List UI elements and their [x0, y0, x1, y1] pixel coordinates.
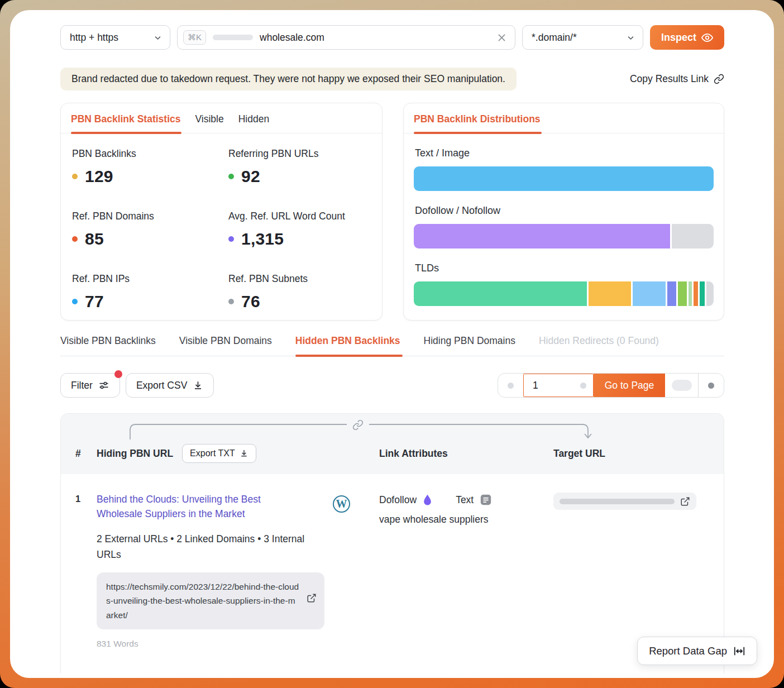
pagination-next[interactable]	[699, 374, 724, 397]
link-attributes-cell: Dofollow Text vape wholesale suppliers	[379, 492, 553, 649]
inspect-button-label: Inspect	[661, 32, 696, 44]
bar-segment	[678, 281, 687, 306]
tab-hidden-pbn-backlinks[interactable]: Hidden PBN Backlinks	[295, 335, 400, 356]
chevron-down-icon	[154, 34, 162, 42]
chevron-down-icon	[627, 34, 635, 42]
table-body: 1 Behind the Clouds: Unveiling the Best …	[61, 474, 724, 673]
summary-cards: PBN Backlink Statistics Visible Hidden P…	[60, 103, 724, 321]
tab-visible-pbn-domains[interactable]: Visible PBN Domains	[179, 335, 272, 356]
data-gap-icon	[733, 645, 745, 657]
bar-segment	[414, 281, 587, 306]
sliders-icon	[98, 380, 109, 391]
redacted-target-url	[553, 493, 696, 510]
table-header-row: # Hiding PBN URL Export TXT Link Attribu…	[61, 443, 724, 473]
tab-pbn-backlink-statistics[interactable]: PBN Backlink Statistics	[71, 113, 180, 133]
distributions-card-title: PBN Backlink Distributions	[414, 113, 541, 133]
inspect-button[interactable]: Inspect	[650, 25, 724, 50]
tab-hidden[interactable]: Hidden	[238, 113, 269, 133]
export-csv-button[interactable]: Export CSV	[126, 373, 214, 398]
clear-search-icon[interactable]	[496, 32, 507, 43]
pagination-info	[665, 374, 699, 397]
protocol-select-value: http + https	[70, 32, 118, 44]
copy-results-link[interactable]: Copy Results Link	[630, 73, 724, 85]
table-header: # Hiding PBN URL Export TXT Link Attribu…	[61, 414, 724, 474]
bar-segment	[414, 224, 670, 249]
stat-ref-pbn-subnets: Ref. PBN Subnets 76	[228, 273, 371, 311]
results-tabs: Visible PBN Backlinks Visible PBN Domain…	[60, 335, 724, 356]
bar-segment	[633, 281, 666, 306]
link-type: Text	[456, 494, 474, 506]
report-data-gap-button[interactable]: Report Data Gap	[637, 637, 757, 665]
statistics-grid: PBN Backlinks 129 Referring PBN URLs 92 …	[61, 133, 382, 326]
filter-button[interactable]: Filter	[60, 373, 120, 398]
export-txt-label: Export TXT	[190, 448, 235, 458]
target-url-cell	[553, 492, 724, 649]
statistics-card-tabs: PBN Backlink Statistics Visible Hidden	[61, 103, 382, 133]
redacted-control-dot	[508, 383, 514, 389]
pagination-prev[interactable]	[498, 374, 523, 397]
link-icon	[352, 419, 364, 431]
hidden-backlinks-table: # Hiding PBN URL Export TXT Link Attribu…	[60, 413, 724, 673]
source-url[interactable]: https://techsmily.com/2023/12/22/behind-…	[106, 580, 300, 623]
notice-row: Brand redacted due to takedown request. …	[60, 68, 724, 90]
pbn-statistics-card: PBN Backlink Statistics Visible Hidden P…	[60, 103, 383, 321]
table-row: 1 Behind the Clouds: Unveiling the Best …	[61, 474, 724, 649]
bar-segment	[672, 224, 714, 249]
col-link-attributes: Link Attributes	[379, 448, 553, 460]
link-flow-connector	[61, 414, 724, 443]
tab-visible[interactable]: Visible	[195, 113, 223, 133]
table-toolbar: Filter Export CSV Go to Page	[60, 373, 724, 398]
source-page-meta: 2 External URLs • 2 Linked Domains • 3 I…	[97, 531, 320, 562]
eye-icon	[701, 32, 713, 44]
stat-referring-pbn-urls: Referring PBN URLs 92	[228, 148, 371, 186]
go-to-page-button[interactable]: Go to Page	[594, 374, 665, 397]
download-icon	[240, 449, 248, 458]
wordpress-icon: W	[333, 495, 350, 513]
hiding-url-cell: Behind the Clouds: Unveiling the Best Wh…	[97, 492, 379, 649]
pagination: Go to Page	[498, 373, 724, 398]
pbn-distributions-card: PBN Backlink Distributions Text / Image …	[403, 103, 724, 321]
search-input-value[interactable]: wholesale.com	[260, 32, 490, 44]
bar-segment	[700, 281, 705, 306]
page-number-field[interactable]	[523, 374, 594, 397]
stat-avg-word-count: Avg. Ref. URL Word Count 1,315	[228, 211, 371, 249]
bar-segment	[667, 281, 676, 306]
domain-search-field[interactable]: ⌘K wholesale.com	[177, 25, 515, 50]
text-link-icon	[480, 494, 492, 506]
distributions-card-header: PBN Backlink Distributions	[404, 103, 724, 133]
external-link-icon[interactable]	[307, 593, 317, 603]
source-url-box: https://techsmily.com/2023/12/22/behind-…	[97, 572, 324, 630]
bar-segment	[689, 281, 692, 306]
stat-dot	[72, 174, 78, 179]
scope-select-value: *.domain/*	[532, 32, 577, 44]
export-csv-label: Export CSV	[136, 380, 187, 391]
export-txt-button[interactable]: Export TXT	[182, 444, 256, 463]
bar-segment	[589, 281, 631, 306]
col-number: #	[75, 448, 97, 460]
filter-button-label: Filter	[71, 380, 93, 391]
tlds-bar	[414, 281, 714, 306]
dofollow-nofollow-bar	[414, 224, 714, 249]
tab-hiding-pbn-domains[interactable]: Hiding PBN Domains	[424, 335, 515, 356]
redacted-page-count	[672, 380, 692, 391]
source-page-link[interactable]: Behind the Clouds: Unveiling the Best Wh…	[97, 492, 284, 522]
redacted-subdomain	[213, 35, 253, 40]
external-link-icon[interactable]	[680, 496, 690, 507]
bar-label-dofollow-nofollow: Dofollow / Nofollow	[415, 205, 713, 217]
protocol-select[interactable]: http + https	[60, 25, 170, 50]
search-toolbar: http + https ⌘K wholesale.com *.domain/*…	[60, 25, 724, 50]
rel-attribute: Dofollow	[379, 494, 417, 506]
redacted-control-dot	[708, 383, 714, 389]
bar-label-tlds: TLDs	[415, 262, 713, 274]
tab-hidden-redirects: Hidden Redirects (0 Found)	[539, 335, 659, 356]
copy-results-link-label: Copy Results Link	[630, 73, 709, 85]
tab-visible-pbn-backlinks[interactable]: Visible PBN Backlinks	[60, 335, 156, 356]
col-hiding-pbn-url: Hiding PBN URL	[97, 448, 173, 460]
link-icon	[714, 74, 724, 84]
bar-segment	[706, 281, 714, 306]
redaction-notice: Brand redacted due to takedown request. …	[60, 68, 517, 90]
row-number: 1	[75, 492, 97, 649]
scope-select[interactable]: *.domain/*	[522, 25, 643, 50]
stat-dot	[228, 174, 234, 179]
distributions-body: Text / Image Dofollow / Nofollow TLDs	[404, 147, 724, 306]
